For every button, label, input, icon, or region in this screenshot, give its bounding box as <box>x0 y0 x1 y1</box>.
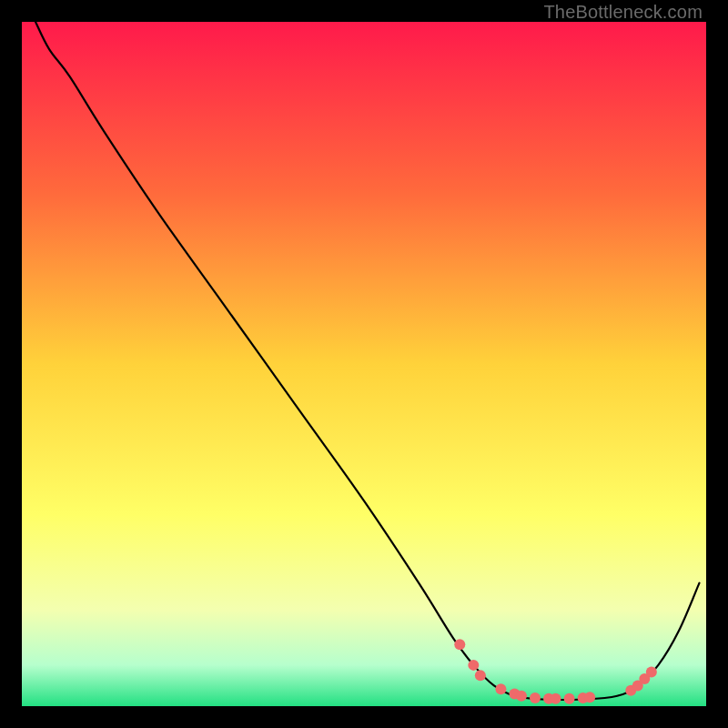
marker-dot <box>454 639 465 650</box>
chart-plot <box>22 22 706 706</box>
marker-dot <box>551 693 561 704</box>
marker-dot <box>475 670 486 681</box>
marker-dot <box>564 693 575 704</box>
marker-dot <box>530 693 541 703</box>
watermark-text: TheBottleneck.com <box>543 2 703 23</box>
marker-dot <box>584 692 595 703</box>
marker-dot <box>468 660 479 671</box>
chart-background <box>22 22 706 706</box>
marker-dot <box>646 666 657 677</box>
marker-dot <box>495 683 506 694</box>
chart-frame <box>18 18 710 710</box>
marker-dot <box>516 691 527 702</box>
